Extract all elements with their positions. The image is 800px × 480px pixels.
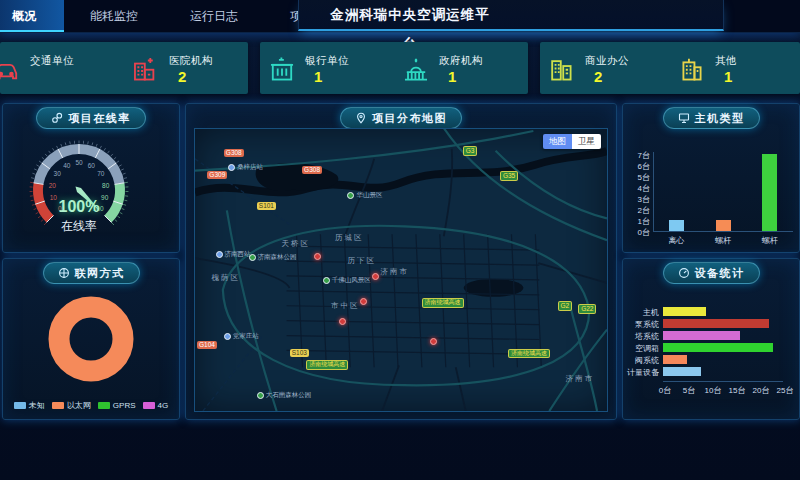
x-tick-label: 0台 xyxy=(655,385,675,396)
stat-government: 政府机构 1 xyxy=(394,42,528,94)
stats-card-2: 银行单位 1 政府机构 1 xyxy=(260,42,528,94)
svg-text:80: 80 xyxy=(102,182,110,189)
y-tick-label: 2台 xyxy=(638,205,650,216)
project-marker[interactable] xyxy=(339,318,346,325)
legend-label: 未知 xyxy=(29,400,45,411)
water-blob xyxy=(256,163,339,191)
project-marker[interactable] xyxy=(314,253,321,260)
station-marker[interactable]: 桑梓店站 xyxy=(228,163,263,172)
park-marker[interactable]: 济南森林公园 xyxy=(249,253,297,262)
project-marker[interactable] xyxy=(372,273,379,280)
y-tick-label: 5台 xyxy=(638,172,650,183)
map-view[interactable]: 地图 卫星 G308G309G308G104G3G35G2G22S101S103… xyxy=(194,128,608,412)
stat-label: 银行单位 xyxy=(305,54,349,68)
host-type-chart: 0台1台2台3台4台5台6台7台离心螺杆螺杆 xyxy=(623,104,799,252)
district-label: 市中区 xyxy=(331,301,360,311)
tab-overview[interactable]: 概况 xyxy=(0,0,64,32)
svg-text:30: 30 xyxy=(54,170,62,177)
y-tick-label: 7台 xyxy=(638,150,650,161)
legend-swatch xyxy=(143,402,155,409)
hospital-icon xyxy=(131,55,161,82)
y-tick-label: 3台 xyxy=(638,194,650,205)
stat-label: 商业办公 xyxy=(585,54,629,68)
district-label: 济南市 xyxy=(566,374,595,384)
y-tick-label: 4台 xyxy=(638,183,650,194)
project-marker[interactable] xyxy=(360,298,367,305)
legend-swatch xyxy=(14,402,26,409)
legend-item[interactable]: 未知 xyxy=(14,400,45,411)
svg-text:70: 70 xyxy=(97,170,105,177)
network-donut xyxy=(3,275,179,387)
bar-泵系统 xyxy=(663,319,769,328)
bar-计量设备 xyxy=(663,367,701,376)
tab-run-log[interactable]: 运行日志 xyxy=(164,0,264,32)
park-marker[interactable]: 华山景区 xyxy=(347,191,382,200)
station-dot-icon xyxy=(216,251,223,258)
legend-item[interactable]: 以太网 xyxy=(52,400,91,411)
project-dot-icon xyxy=(314,253,321,260)
marker-label: 华山景区 xyxy=(356,191,382,200)
project-dot-icon xyxy=(430,338,437,345)
road-shield: G308 xyxy=(302,166,322,174)
network-donut-ring xyxy=(59,307,123,371)
district-label: 槐荫区 xyxy=(211,273,240,283)
x-tick-label: 25台 xyxy=(775,385,795,396)
x-category-label: 螺杆 xyxy=(707,235,739,246)
street-grid xyxy=(287,234,542,367)
road-shield: G22 xyxy=(578,304,596,314)
marker-label: 济南西站 xyxy=(225,250,251,259)
svg-text:50: 50 xyxy=(75,159,83,166)
stat-hospital: 医院机构 2 xyxy=(124,42,248,94)
car-icon xyxy=(0,55,22,82)
project-dot-icon xyxy=(360,298,367,305)
legend-item[interactable]: 4G xyxy=(143,400,169,411)
road-shield: G35 xyxy=(500,171,518,181)
marker-label: 千佛山风景区 xyxy=(332,276,371,285)
stat-value: 1 xyxy=(715,68,737,85)
stats-card-3: 商业办公 2 其他 1 xyxy=(540,42,800,94)
bank-icon xyxy=(267,55,297,82)
x-category-label: 螺杆 xyxy=(754,235,786,246)
park-marker[interactable]: 大石崮森林公园 xyxy=(257,391,312,400)
stat-label: 其他 xyxy=(715,54,737,68)
station-marker[interactable]: 济南西站 xyxy=(216,250,251,259)
station-marker[interactable]: 党家庄站 xyxy=(224,332,259,341)
stat-label: 医院机构 xyxy=(169,54,213,68)
project-dot-icon xyxy=(339,318,346,325)
park-marker[interactable]: 千佛山风景区 xyxy=(323,276,371,285)
legend-label: GPRS xyxy=(113,401,136,410)
bar-阀系统 xyxy=(663,355,687,364)
stats-card-1: 交通单位 医院机构 2 xyxy=(0,42,248,94)
platform-title-box: 金洲科瑞中央空调运维平台 xyxy=(298,0,724,31)
stat-label: 交通单位 xyxy=(30,54,74,68)
map-type-map-button[interactable]: 地图 xyxy=(543,134,572,149)
project-marker[interactable] xyxy=(430,338,437,345)
bar-category-label: 计量设备 xyxy=(625,367,659,378)
stat-value: 2 xyxy=(169,68,213,85)
district-label: 济南市 xyxy=(380,267,409,277)
tab-energy-monitor[interactable]: 能耗监控 xyxy=(64,0,164,32)
x-category-label: 离心 xyxy=(660,235,692,246)
bar-塔系统 xyxy=(663,331,740,340)
network-legend: 未知以太网GPRS4G xyxy=(3,400,179,411)
map-type-satellite-button[interactable]: 卫星 xyxy=(572,134,601,149)
x-tick-label: 15台 xyxy=(727,385,747,396)
stat-office: 商业办公 2 xyxy=(540,42,670,94)
bar-category-label: 塔系统 xyxy=(625,331,659,342)
legend-label: 以太网 xyxy=(67,400,91,411)
park-dot-icon xyxy=(323,277,330,284)
bar-category-label: 阀系统 xyxy=(625,355,659,366)
road-shield: G308 xyxy=(224,149,244,157)
online-rate-value: 100% xyxy=(23,198,135,216)
bar-主机 xyxy=(663,307,706,316)
district-label: 历城区 xyxy=(335,233,364,243)
svg-text:40: 40 xyxy=(63,162,71,169)
legend-swatch xyxy=(52,402,64,409)
legend-item[interactable]: GPRS xyxy=(98,400,136,411)
panel-title: 项目分布地图 xyxy=(372,111,447,126)
marker-label: 济南森林公园 xyxy=(258,253,297,262)
marker-label: 大石崮森林公园 xyxy=(266,391,312,400)
panel-network-mode: 联网方式 未知以太网GPRS4G xyxy=(2,258,180,420)
road-shield: S103 xyxy=(290,349,309,357)
top-nav-bar: 概况 能耗监控 运行日志 项目列表 视频监控 金洲科瑞中央空调运维平台 xyxy=(0,0,800,33)
